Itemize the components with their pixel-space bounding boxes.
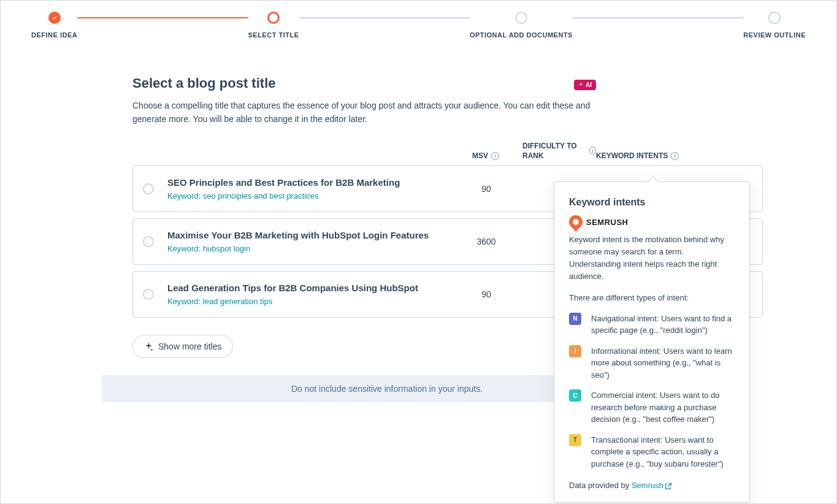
progress-stepper: DEFINE IDEA SELECT TITLE OPTIONAL ADD DO…: [1, 1, 836, 39]
col-msv-label: MSV: [472, 151, 488, 161]
col-intents-label: KEYWORD INTENTS: [596, 151, 668, 161]
step-label: SELECT TITLE: [248, 31, 299, 39]
row-msv: 90: [449, 289, 523, 299]
col-intents: KEYWORD INTENTS i: [596, 151, 682, 161]
popover-description: Keyword intent is the motivation behind …: [569, 234, 735, 283]
keyword-intents-popover: Keyword intents SEMRUSH Keyword intent i…: [554, 181, 750, 503]
intent-text: Navigational intent: Users want to find …: [591, 313, 735, 337]
info-icon[interactable]: i: [671, 152, 679, 160]
semrush-swirl-icon: [566, 212, 585, 231]
page-subtitle: Choose a compelling title that captures …: [132, 99, 623, 126]
semrush-link[interactable]: Semrush: [632, 481, 671, 490]
step-add-documents[interactable]: OPTIONAL ADD DOCUMENTS: [470, 12, 573, 39]
intent-chip: N: [569, 313, 581, 325]
intent-text: Informational intent: Users want to lear…: [591, 345, 735, 381]
step-circle: [267, 12, 280, 24]
row-title: SEO Principles and Best Practices for B2…: [167, 177, 449, 188]
stepper-bar: [299, 17, 470, 18]
step-define-idea[interactable]: DEFINE IDEA: [31, 12, 77, 39]
intent-item-commercial: C Commercial intent: Users want to do re…: [569, 389, 735, 426]
table-header: MSV i DIFFICULTY TO RANK i KEYWORD INTEN…: [132, 141, 763, 166]
col-msv: MSV i: [449, 151, 522, 161]
stepper-bar: [573, 17, 743, 18]
step-circle: [768, 12, 781, 24]
info-icon[interactable]: i: [589, 147, 596, 155]
step-label: OPTIONAL ADD DOCUMENTS: [470, 31, 573, 39]
popover-footer: Data provided by Semrush: [569, 481, 735, 490]
semrush-logo: SEMRUSH: [569, 215, 735, 229]
popover-types-intro: There are different types of intent:: [569, 292, 735, 304]
intent-text: Commercial intent: Users want to do rese…: [591, 389, 735, 426]
footer-prefix: Data provided by: [569, 481, 632, 490]
intent-text: Transactional intent: Users want to comp…: [591, 434, 735, 470]
intent-chip: C: [569, 389, 581, 402]
semrush-brand-text: SEMRUSH: [586, 218, 629, 227]
row-title: Maximise Your B2B Marketing with HubSpot…: [167, 230, 449, 240]
sparkle-icon: [578, 82, 584, 88]
step-review-outline[interactable]: REVIEW OUTLINE: [743, 12, 806, 39]
intent-chip: T: [569, 434, 581, 446]
step-label: REVIEW OUTLINE: [743, 31, 806, 39]
row-keyword: Keyword: hubspot login: [167, 244, 449, 253]
info-icon[interactable]: i: [491, 152, 499, 160]
show-more-button[interactable]: Show more titles: [132, 335, 233, 358]
step-label: DEFINE IDEA: [31, 31, 77, 39]
intent-item-informational: I Informational intent: Users want to le…: [569, 345, 735, 381]
intent-chip: I: [569, 345, 581, 357]
intent-list: N Navigational intent: Users want to fin…: [569, 313, 735, 470]
intent-item-navigational: N Navigational intent: Users want to fin…: [569, 313, 735, 337]
col-difficulty-label: DIFFICULTY TO RANK: [522, 141, 586, 161]
stepper-bar: [77, 17, 248, 18]
col-difficulty: DIFFICULTY TO RANK i: [522, 141, 596, 161]
check-icon: [48, 12, 61, 24]
semrush-link-text: Semrush: [632, 481, 663, 490]
ai-badge: AI: [574, 80, 596, 90]
row-msv: 90: [449, 184, 523, 194]
radio-input[interactable]: [143, 183, 154, 194]
external-link-icon: [665, 483, 671, 489]
radio-input[interactable]: [143, 236, 154, 247]
step-circle: [515, 12, 527, 24]
show-more-label: Show more titles: [158, 342, 221, 351]
row-title: Lead Generation Tips for B2B Companies U…: [167, 283, 449, 293]
popover-title: Keyword intents: [569, 197, 735, 208]
intent-item-transactional: T Transactional intent: Users want to co…: [569, 434, 735, 470]
row-keyword: Keyword: seo principles and best practic…: [167, 191, 449, 200]
sparkle-icon: [144, 342, 153, 351]
radio-input[interactable]: [143, 289, 154, 300]
step-select-title[interactable]: SELECT TITLE: [248, 12, 299, 39]
ai-badge-text: AI: [586, 82, 592, 88]
row-keyword: Keyword: lead generation tips: [167, 297, 449, 306]
row-msv: 3600: [449, 237, 523, 246]
page-title: Select a blog post title: [132, 75, 275, 91]
